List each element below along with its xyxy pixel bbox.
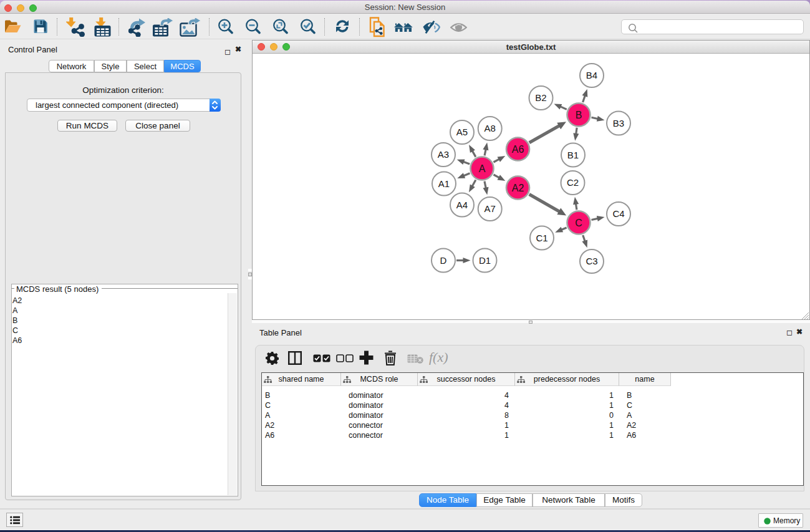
svg-text:B2: B2 xyxy=(535,92,546,103)
svg-text:D: D xyxy=(440,255,447,266)
svg-text:A5: A5 xyxy=(456,127,468,137)
svg-text:C4: C4 xyxy=(612,208,624,219)
svg-text:A8: A8 xyxy=(485,123,496,133)
svg-text:C2: C2 xyxy=(567,177,579,188)
svg-text:A: A xyxy=(479,163,486,174)
svg-text:B1: B1 xyxy=(567,150,579,160)
svg-text:A1: A1 xyxy=(438,178,450,189)
svg-text:A7: A7 xyxy=(485,203,496,214)
svg-text:B3: B3 xyxy=(613,118,624,128)
svg-text:D1: D1 xyxy=(479,255,491,266)
svg-text:A3: A3 xyxy=(438,149,449,160)
svg-text:C3: C3 xyxy=(586,256,597,266)
svg-text:B: B xyxy=(576,110,582,120)
svg-text:A4: A4 xyxy=(456,200,468,210)
svg-text:A2: A2 xyxy=(512,183,524,193)
svg-text:B4: B4 xyxy=(586,70,597,80)
svg-text:C1: C1 xyxy=(536,233,547,243)
svg-text:A6: A6 xyxy=(512,144,524,155)
svg-text:C: C xyxy=(575,218,582,228)
